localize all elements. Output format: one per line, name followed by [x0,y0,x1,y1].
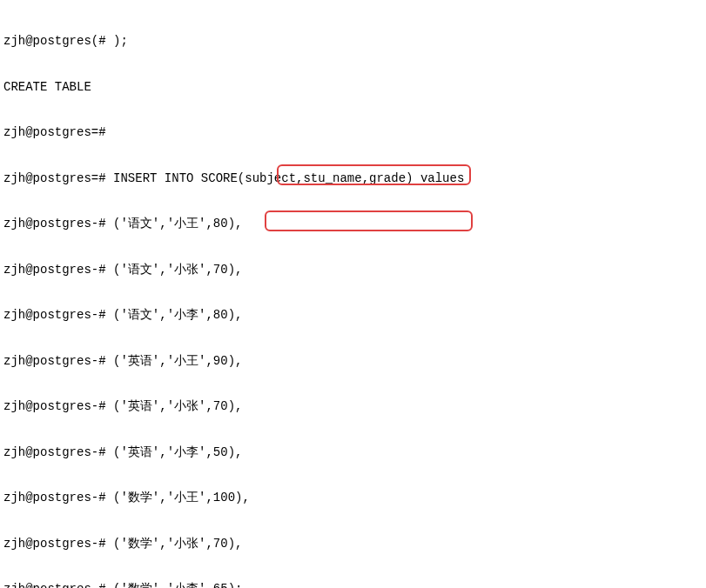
terminal-line: zjh@postgres-# ('语文','小李',80), [3,308,703,324]
terminal-line: zjh@postgres-# ('数学','小王',100), [3,491,703,506]
terminal-line: CREATE TABLE [3,80,703,96]
terminal-output[interactable]: zjh@postgres(# ); CREATE TABLE zjh@postg… [3,3,703,588]
terminal-line: zjh@postgres-# ('数学','小张',70), [3,537,703,552]
terminal-line: zjh@postgres-# ('英语','小李',50), [3,445,703,461]
terminal-line: zjh@postgres-# ('英语','小王',90), [3,354,703,370]
terminal-line: zjh@postgres=# [3,125,703,141]
terminal-line: zjh@postgres-# ('语文','小王',80), [3,217,703,232]
terminal-line: zjh@postgres(# ); [3,34,703,50]
terminal-line: zjh@postgres-# ('数学','小李',65); [3,582,703,588]
terminal-line: zjh@postgres-# ('语文','小张',70), [3,263,703,278]
terminal-line: zjh@postgres=# INSERT INTO SCORE(subject… [3,171,703,187]
terminal-line: zjh@postgres-# ('英语','小张',70), [3,399,703,415]
